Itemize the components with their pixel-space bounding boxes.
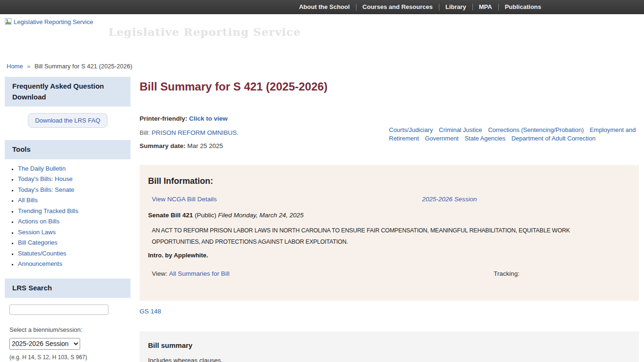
site-logo-alt-text: Legislative Reporting Service [14, 18, 93, 25]
view-tracking-row: View: All Summaries for Bill Tracking: [148, 270, 630, 277]
breadcrumb-current: Bill Summary for S 421 (2025-2026) [34, 63, 132, 70]
act-long-title: AN ACT TO REFORM PRISON LABOR LAWS IN NO… [148, 225, 624, 247]
tools-panel-header: Tools [5, 140, 131, 159]
printer-friendly-row: Printer-friendly: Click to view [140, 115, 639, 122]
bill-meta-left: Bill: PRISON REFORM OMNIBUS. Summary dat… [140, 122, 389, 149]
all-summaries-link[interactable]: All Summaries for Bill [169, 270, 230, 277]
list-item: Bill Categories [18, 239, 131, 246]
bill-summary-paragraph-1: Includes whereas clauses. [148, 356, 630, 362]
bill-summary-box: Bill summary Includes whereas clauses. R… [140, 331, 639, 362]
bill-type: (Public) [195, 212, 216, 219]
category-links: Courts/Judiciary Criminal Justice Correc… [389, 126, 639, 149]
category-government[interactable]: Government [425, 135, 459, 142]
bill-title-link[interactable]: PRISON REFORM OMNIBUS. [152, 129, 239, 136]
nav-divider [439, 4, 439, 10]
sidebar: Frequently Asked Question Download Downl… [5, 77, 131, 362]
top-nav-bar: About the School Courses and Resources L… [0, 0, 644, 14]
sidebar-item-trending-tracked-bills[interactable]: Trending Tracked Bills [18, 207, 78, 214]
tools-list: The Daily Bulletin Today's Bills: House … [5, 165, 131, 268]
page-header: Legislative Reporting Service Legislativ… [0, 14, 644, 77]
search-input[interactable] [9, 304, 108, 315]
bill-info-links-row: View NCGA Bill Details 2025-2026 Session [148, 196, 630, 203]
breadcrumb: Home » Bill Summary for S 421 (2025-2026… [7, 63, 132, 70]
breadcrumb-home-link[interactable]: Home [7, 63, 23, 70]
bill-header-line: Senate Bill 421 (Public) Filed Monday, M… [148, 212, 630, 219]
page-title: Bill Summary for S 421 (2025-2026) [140, 80, 639, 93]
nav-publications[interactable]: Publications [505, 3, 541, 10]
list-item: The Daily Bulletin [18, 165, 131, 172]
bill-filed-date: Filed Monday, March 24, 2025 [218, 212, 304, 219]
category-corrections[interactable]: Corrections (Sentencing/Probation) [488, 126, 584, 133]
sidebar-item-daily-bulletin[interactable]: The Daily Bulletin [18, 165, 66, 172]
nav-courses-and-resources[interactable]: Courses and Resources [363, 3, 433, 10]
nav-library[interactable]: Library [446, 3, 466, 10]
sidebar-item-announcements[interactable]: Announcements [18, 260, 62, 267]
summary-date-row: Summary date: Mar 25 2025 [140, 142, 389, 149]
sidebar-item-statutes-counties[interactable]: Statutes/Counties [18, 250, 66, 257]
nav-divider [498, 4, 499, 10]
lrs-search-form: Select a biennium/session: 2025-2026 Ses… [5, 298, 131, 362]
lrs-search-panel-header: LRS Search [5, 279, 131, 298]
sidebar-item-todays-bills-senate[interactable]: Today's Bills: Senate [18, 186, 74, 193]
list-item: Session Laws [18, 229, 131, 236]
site-logo-link[interactable]: Legislative Reporting Service [5, 18, 93, 25]
bill-information-title: Bill Information: [148, 176, 630, 186]
search-hint: (e.g. H 14, S 12, H 103, S 967) [9, 354, 131, 361]
breadcrumb-separator: » [27, 63, 30, 70]
category-dept-adult-correction[interactable]: Department of Adult Correction [512, 135, 595, 142]
bill-meta-section: Bill: PRISON REFORM OMNIBUS. Summary dat… [140, 122, 639, 149]
category-state-agencies[interactable]: State Agencies [464, 135, 505, 142]
nav-divider [472, 4, 473, 10]
biennium-select[interactable]: 2025-2026 Session [9, 338, 80, 350]
statute-row: GS 148 [140, 308, 639, 315]
summary-date-label: Summary date: [140, 142, 186, 149]
printer-friendly-label: Printer-friendly: [140, 115, 187, 122]
sidebar-item-actions-on-bills[interactable]: Actions on Bills [18, 218, 59, 225]
download-faq-button[interactable]: Download the LRS FAQ [28, 113, 107, 128]
bill-summary-title: Bill summary [148, 341, 630, 349]
tracking-label: Tracking: [494, 270, 520, 277]
ncga-bill-details-link[interactable]: View NCGA Bill Details [152, 196, 217, 203]
summary-date-value: Mar 25 2025 [187, 142, 223, 149]
session-link[interactable]: 2025-2026 Session [422, 196, 477, 203]
category-criminal-justice[interactable]: Criminal Justice [439, 126, 482, 133]
sidebar-item-session-laws[interactable]: Session Laws [18, 229, 56, 236]
list-item: Announcements [18, 260, 131, 267]
nav-divider [356, 4, 356, 10]
nav-about-the-school[interactable]: About the School [299, 3, 350, 10]
broken-image-icon [5, 18, 12, 25]
list-item: All Bills [18, 197, 131, 204]
printer-friendly-link[interactable]: Click to view [189, 115, 228, 122]
sidebar-item-todays-bills-house[interactable]: Today's Bills: House [18, 175, 73, 182]
bill-sponsor-line: Intro. by Applewhite. [148, 252, 630, 259]
category-courts-judiciary[interactable]: Courts/Judiciary [389, 126, 433, 133]
bill-label: Bill: [140, 129, 150, 136]
bill-row: Bill: PRISON REFORM OMNIBUS. [140, 129, 389, 136]
site-watermark-title: Legislative Reporting Service [108, 25, 301, 38]
bill-number: Senate Bill 421 [148, 212, 193, 219]
main-content: Bill Summary for S 421 (2025-2026) Print… [140, 77, 639, 362]
content-area: Frequently Asked Question Download Downl… [0, 77, 644, 362]
biennium-select-label: Select a biennium/session: [9, 326, 131, 333]
list-item: Statutes/Counties [18, 250, 131, 257]
view-label: View: [148, 270, 167, 277]
nav-mpa[interactable]: MPA [479, 3, 492, 10]
list-item: Today's Bills: House [18, 175, 131, 182]
faq-panel-header: Frequently Asked Question Download [5, 77, 131, 107]
list-item: Trending Tracked Bills [18, 207, 131, 214]
bill-information-box: Bill Information: View NCGA Bill Details… [140, 165, 639, 301]
list-item: Actions on Bills [18, 218, 131, 225]
sidebar-item-all-bills[interactable]: All Bills [18, 197, 38, 204]
sidebar-item-bill-categories[interactable]: Bill Categories [18, 239, 58, 246]
gs-148-link[interactable]: GS 148 [140, 308, 161, 315]
list-item: Today's Bills: Senate [18, 186, 131, 193]
